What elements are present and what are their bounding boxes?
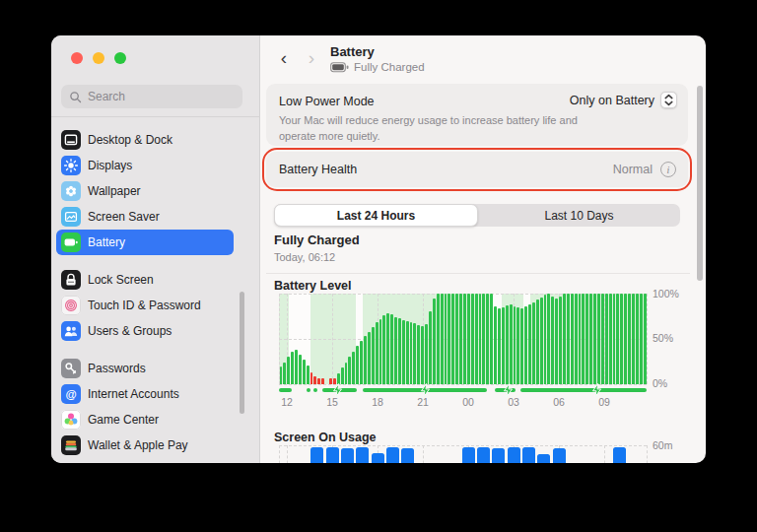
close-button[interactable] [71,52,83,64]
tab-last-10-days[interactable]: Last 10 Days [478,204,680,227]
sidebar-item-label: Battery [88,235,125,249]
screen-saver-icon [61,207,81,227]
v-gridline [647,445,648,463]
battery-level-bar [356,346,359,384]
battery-level-bar [360,341,363,384]
charging-track-segment [279,388,292,392]
minimize-button[interactable] [93,52,104,64]
battery-level-bar [555,299,558,384]
sidebar-item-screen-saver[interactable]: Screen Saver [56,204,234,230]
content-scrollbar[interactable] [697,86,703,281]
battery-level-bar [390,314,393,384]
charge-status-subtitle: Today, 06:12 [274,251,335,263]
x-tick-label: 03 [508,396,519,408]
battery-level-title: Battery Level [274,279,352,293]
battery-level-bar [364,336,367,384]
charging-track-segment [520,388,647,392]
battery-level-bar [516,307,519,384]
battery-level-bar [313,376,316,384]
battery-level-bar [567,294,570,384]
sidebar-item-label: Screen Saver [88,210,160,224]
sidebar-item-battery[interactable]: Battery [56,230,234,255]
battery-level-bar [601,294,604,384]
battery-level-bar [494,306,497,384]
y-tick-60m: 60m [653,439,672,451]
search-icon [69,91,82,103]
battery-level-bar [303,360,306,384]
search-input[interactable]: Search [61,85,242,108]
sidebar-item-wallet-apple-pay[interactable]: Wallet & Apple Pay [56,432,234,458]
sidebar-item-label: Displays [88,159,132,172]
sidebar-item-label: Lock Screen [88,273,154,287]
sidebar-item-displays[interactable]: Displays [56,153,234,178]
low-power-mode-card: Low Power Mode Your Mac will reduce ener… [266,84,688,146]
battery-level-bar [589,294,592,384]
back-button[interactable]: ‹ [274,47,294,69]
battery-level-bar [379,319,382,384]
battery-level-bar [498,308,501,384]
y-tick-100: 100% [653,288,679,299]
battery-level-bar [467,294,470,384]
sidebar-item-label: Wallpaper [88,184,141,198]
sidebar-item-users-groups[interactable]: Users & Groups [56,318,234,344]
battery-level-bar [644,294,647,384]
sidebar-item-desktop-dock[interactable]: Desktop & Dock [56,127,234,153]
battery-level-bar [413,323,416,384]
screen-on-usage-bar [372,453,384,463]
battery-level-bar [421,326,424,384]
battery-level-bar [348,357,351,384]
battery-status: Fully Charged [330,61,425,73]
battery-level-bar [437,294,440,384]
low-power-mode-popup[interactable]: Only on Battery [570,92,677,108]
page-title: Battery [330,44,375,59]
battery-level-bar [283,363,286,384]
x-tick-label: 06 [553,396,565,408]
battery-level-bar [624,294,627,384]
screen-on-usage-chart [279,445,647,463]
battery-pane: ‹ › Battery Fully Charged Low Power Mode… [260,35,706,463]
sidebar-scrollbar[interactable] [240,292,244,414]
battery-level-bar [402,320,405,384]
charging-track [279,388,647,392]
battery-level-bar [593,294,596,384]
battery-level-bar [291,352,294,384]
at-icon: @ [61,384,81,404]
battery-level-bar [352,352,355,384]
battery-level-bar [451,294,454,384]
sidebar-item-lock-screen[interactable]: Lock Screen [56,267,234,293]
zoom-button[interactable] [114,52,126,64]
charging-track-segment [307,388,310,392]
battery-level-bar [585,294,588,384]
low-power-mode-label: Low Power Mode [279,95,375,108]
sidebar-item-internet-accounts[interactable]: @Internet Accounts [56,381,234,407]
popup-stepper-icon [660,92,677,108]
screen-on-usage-bar [310,447,323,463]
screen-on-usage-bar [477,447,490,463]
low-power-mode-description: Your Mac will reduce energy usage to inc… [279,113,594,144]
screen-on-usage-bar [401,448,414,463]
battery-level-bar [447,294,450,384]
v-gridline [287,445,288,463]
battery-level-bar [299,355,302,384]
screen-on-usage-bar [508,447,520,463]
sidebar-item-wallpaper[interactable]: Wallpaper [56,178,234,204]
battery-charged-icon [330,62,349,73]
annotation-highlight-ring [262,148,692,191]
battery-level-bar [345,363,348,384]
battery-level-bar [506,305,509,384]
time-range-segmented-control: Last 24 Hours Last 10 Days [274,204,680,227]
battery-level-bar [475,294,478,384]
sidebar-item-touch-id-password[interactable]: Touch ID & Password [56,293,234,318]
forward-button[interactable]: › [302,47,321,69]
sidebar-item-passwords[interactable]: Passwords [56,356,234,381]
desktop-dock-icon [61,130,81,150]
tab-last-24-hours[interactable]: Last 24 Hours [274,204,478,227]
sidebar-item-game-center[interactable]: Game Center [56,407,234,432]
battery-level-bar [582,294,585,384]
battery-level-bar [386,313,389,384]
wallpaper-icon [61,181,81,201]
section-divider [266,273,690,274]
battery-level-bar [295,350,298,384]
battery-level-bar [616,294,619,384]
y-tick-0: 0% [653,377,667,389]
